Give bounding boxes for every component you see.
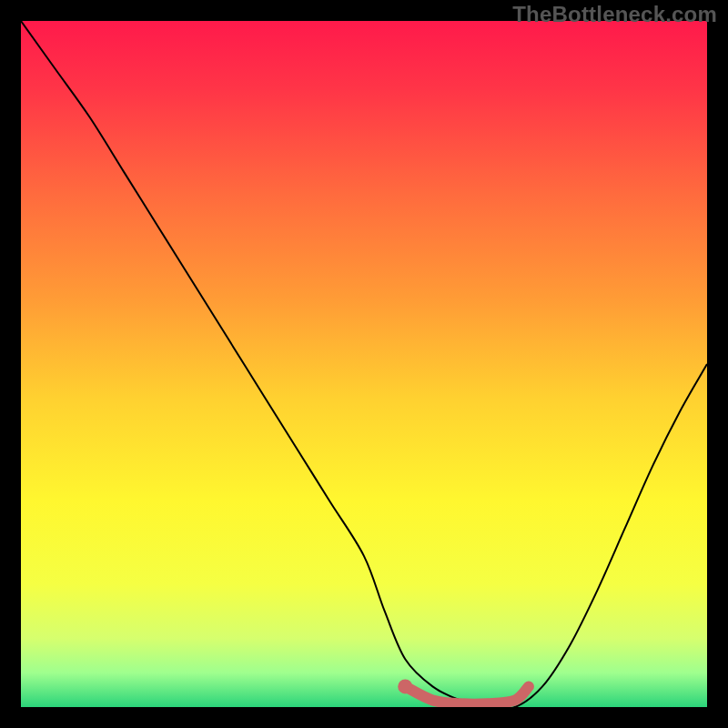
watermark-label: TheBottleneck.com: [512, 2, 717, 27]
optimal-zone-start-dot: [398, 679, 412, 693]
gradient-background: [21, 21, 707, 707]
chart-plot-area: [21, 21, 707, 707]
chart-container: TheBottleneck.com: [0, 0, 728, 728]
chart-svg: [21, 21, 707, 707]
